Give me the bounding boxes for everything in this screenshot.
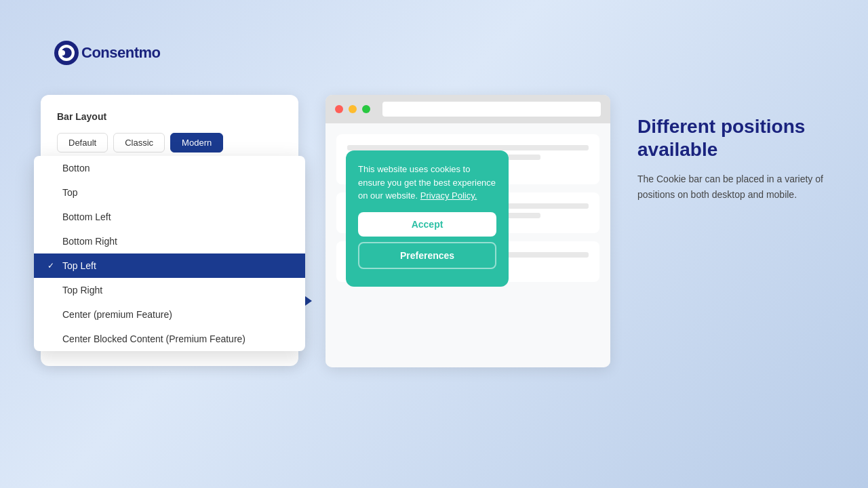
- dropdown-item-top-right[interactable]: Top Right: [34, 278, 305, 302]
- modern-layout-btn[interactable]: Modern: [170, 133, 223, 152]
- bar-layout-title: Bar Layout: [57, 111, 282, 122]
- right-description: The Cookie bar can be placed in a variet…: [637, 171, 827, 202]
- svg-point-1: [60, 47, 73, 59]
- dropdown-item-center-premium[interactable]: Center (premium Feature): [34, 302, 305, 327]
- layout-buttons: Default Classic Modern: [57, 133, 282, 152]
- browser-content: This website uses cookies to ensure you …: [326, 123, 610, 367]
- position-dropdown[interactable]: Botton Top Bottom Left Bottom Right ✓ To…: [34, 156, 305, 351]
- svg-point-2: [60, 50, 65, 56]
- right-title: Different positions available: [637, 115, 827, 161]
- privacy-policy-link[interactable]: Privacy Policy.: [420, 190, 477, 201]
- dropdown-item-center-blocked[interactable]: Center Blocked Content (Premium Feature): [34, 327, 305, 351]
- dropdown-item-bottom-right[interactable]: Bottom Right: [34, 229, 305, 253]
- dropdown-item-top[interactable]: Top: [34, 180, 305, 205]
- logo-text: Consentmo: [81, 44, 161, 62]
- logo: Consentmo: [54, 41, 161, 65]
- dropdown-item-bottom-left[interactable]: Bottom Left: [34, 205, 305, 229]
- cookie-message: This website uses cookies to ensure you …: [358, 163, 496, 203]
- browser-minimize-btn[interactable]: [349, 105, 357, 113]
- settings-card: Bar Layout Default Classic Modern Botton…: [41, 95, 298, 366]
- browser-maximize-btn[interactable]: [362, 105, 370, 113]
- default-layout-btn[interactable]: Default: [57, 133, 108, 152]
- main-content: Bar Layout Default Classic Modern Botton…: [41, 95, 827, 367]
- cookie-consent-popup: This website uses cookies to ensure you …: [346, 150, 509, 287]
- svg-point-0: [56, 42, 77, 64]
- browser-address-bar[interactable]: [382, 102, 601, 117]
- dropdown-item-botton[interactable]: Botton: [34, 156, 305, 180]
- content-line: [347, 145, 589, 150]
- browser-toolbar: [326, 95, 610, 123]
- browser-mockup: This website uses cookies to ensure you …: [326, 95, 610, 367]
- right-section: Different positions available The Cookie…: [637, 95, 827, 202]
- browser-close-btn[interactable]: [335, 105, 343, 113]
- accept-button[interactable]: Accept: [358, 212, 496, 237]
- dropdown-item-top-left[interactable]: ✓ Top Left: [34, 253, 305, 278]
- preferences-button[interactable]: Preferences: [358, 242, 496, 269]
- classic-layout-btn[interactable]: Classic: [113, 133, 165, 152]
- logo-icon: [54, 41, 79, 65]
